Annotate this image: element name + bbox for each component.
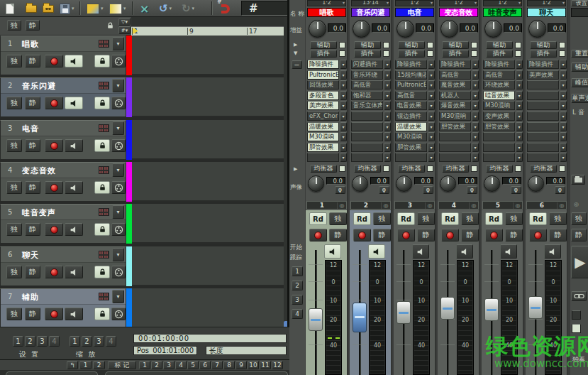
effect-slot[interactable]: 高低音 xyxy=(483,70,515,80)
track-speaker-button[interactable] xyxy=(65,308,83,320)
aux-button[interactable]: 辅助 xyxy=(442,41,469,49)
effect-slot[interactable] xyxy=(527,132,559,141)
channel-routing-select[interactable]: 1·2▾ xyxy=(395,0,434,6)
channel-routing-select[interactable]: 1·2▾ xyxy=(439,0,478,6)
eq-button[interactable]: 均衡器 xyxy=(530,165,557,173)
effect-slot[interactable]: 胆管效果 xyxy=(395,143,427,152)
play-button[interactable]: ▶ xyxy=(571,246,588,278)
aux-button[interactable]: 辅助 xyxy=(354,41,381,49)
phase-button[interactable]: φ xyxy=(423,186,433,194)
effect-slot-dropdown[interactable]: ▾ xyxy=(340,80,347,89)
phase-button[interactable]: φ xyxy=(379,186,389,194)
plugin-button[interactable]: 插件 xyxy=(310,50,337,58)
effect-slot-dropdown[interactable]: ▾ xyxy=(560,122,567,131)
effect-slot[interactable] xyxy=(527,91,559,100)
eq-button[interactable]: 均衡器 xyxy=(486,165,513,173)
track-record-button[interactable] xyxy=(45,55,63,67)
cut-object-button[interactable]: × xyxy=(140,2,149,15)
track-lock-button[interactable] xyxy=(94,223,110,236)
effect-slot-dropdown[interactable]: ▾ xyxy=(384,143,391,152)
channel-solo-button[interactable]: 独 xyxy=(461,212,479,225)
channel-speaker-button[interactable] xyxy=(544,244,561,259)
effect-slot-dropdown[interactable]: ▾ xyxy=(340,132,347,141)
effect-slot[interactable]: M30混响 xyxy=(307,132,339,141)
undo-button[interactable]: ↺▾ xyxy=(159,2,172,15)
read-automation-button[interactable]: Rd xyxy=(485,212,503,225)
channel-mute-button[interactable]: 静 xyxy=(417,229,435,241)
effect-slot[interactable]: PultronicEQ xyxy=(307,70,339,80)
track-lane[interactable] xyxy=(132,162,284,202)
effect-slot-dropdown[interactable]: ▾ xyxy=(560,132,567,141)
effect-slot-dropdown[interactable]: ▾ xyxy=(384,112,391,121)
track-record-button[interactable] xyxy=(45,181,63,194)
read-automation-button[interactable]: Rd xyxy=(309,212,327,225)
pan-knob[interactable] xyxy=(352,175,368,192)
effect-slot[interactable] xyxy=(483,132,515,141)
eq-indicator[interactable] xyxy=(471,165,477,172)
timeline-ruler[interactable]: 1917 xyxy=(131,26,284,36)
track-lane[interactable] xyxy=(132,120,284,160)
effect-slot[interactable] xyxy=(527,153,559,162)
track-fx-button[interactable] xyxy=(111,55,126,67)
track-solo-button[interactable]: 独 xyxy=(6,139,22,152)
channel-speaker-button[interactable] xyxy=(500,244,517,259)
marker-number-button[interactable]: 3 xyxy=(163,361,174,369)
effect-slot-dropdown[interactable]: ▾ xyxy=(428,80,435,89)
channel-record-button[interactable] xyxy=(309,229,327,241)
track-fx-button[interactable] xyxy=(111,308,126,320)
effect-slot[interactable]: 高低音 xyxy=(439,70,471,80)
new-file-icon[interactable] xyxy=(6,2,14,15)
track-solo-button[interactable]: 独 xyxy=(6,266,22,278)
effect-slot[interactable]: 哇音效果 xyxy=(483,91,515,100)
track-control-panel[interactable]: 1唱歌▾独静 xyxy=(0,36,126,75)
eq-indicator[interactable] xyxy=(383,165,389,172)
redo-button[interactable]: ↻▾ xyxy=(182,2,194,15)
effect-slot[interactable] xyxy=(351,132,383,141)
eq-button[interactable]: 均衡器 xyxy=(310,165,337,173)
track-record-button[interactable] xyxy=(45,308,63,320)
effect-slot[interactable]: 15段均衡器 xyxy=(395,70,427,80)
track-dropdown[interactable]: ▾ xyxy=(112,290,124,303)
aux-indicator[interactable] xyxy=(559,42,565,48)
open-folder-icon[interactable] xyxy=(26,2,37,15)
pan-knob[interactable] xyxy=(484,175,500,192)
aux-indicator[interactable] xyxy=(515,42,521,48)
effect-slot[interactable] xyxy=(439,153,471,162)
effect-slot[interactable]: 胆管效果 xyxy=(307,143,339,152)
fader-handle[interactable] xyxy=(396,301,411,324)
effect-slot-dropdown[interactable]: ▾ xyxy=(384,132,391,141)
effect-slot[interactable]: M30混响 xyxy=(483,101,515,110)
aux-expand-arrow[interactable]: ▶ xyxy=(294,42,297,48)
marker-number-button[interactable]: 5 xyxy=(187,361,199,369)
pan-knob[interactable] xyxy=(440,175,456,192)
effect-slot[interactable]: 多段音色 xyxy=(307,91,339,100)
effect-slot[interactable]: 降噪插件 xyxy=(527,60,559,69)
effect-slot[interactable]: 胆管效果 xyxy=(483,122,515,131)
channel-routing-select[interactable]: 1·2▾ xyxy=(483,0,522,6)
track-solo-button[interactable]: 独 xyxy=(6,223,22,236)
effect-slot[interactable] xyxy=(351,143,383,152)
plugin-button[interactable]: 插件 xyxy=(442,50,469,58)
eq-indicator[interactable] xyxy=(339,165,345,172)
effect-slot-dropdown[interactable]: ▾ xyxy=(516,112,523,121)
effect-slot[interactable]: 美声效果 xyxy=(307,101,339,110)
track-mute-button[interactable]: 静 xyxy=(25,181,40,194)
track-mute-button[interactable]: 静 xyxy=(25,139,40,152)
effect-slot-dropdown[interactable]: ▾ xyxy=(428,60,435,69)
effect-slot[interactable]: 胆管效果 xyxy=(439,122,471,131)
eq-indicator[interactable] xyxy=(427,165,433,172)
fader-handle[interactable] xyxy=(440,297,455,320)
track-solo-button[interactable]: 独 xyxy=(6,181,22,194)
channel-speaker-button[interactable] xyxy=(456,244,473,259)
effect-slot-dropdown[interactable]: ▾ xyxy=(472,80,479,89)
channel-routing-select[interactable]: 1·2▾ xyxy=(527,0,566,6)
master-mute-button[interactable]: 静 xyxy=(571,229,587,241)
workspace-button[interactable]: 2 xyxy=(93,361,105,369)
effect-slot[interactable]: 高低音 xyxy=(351,80,383,89)
channel-solo-button[interactable]: 独 xyxy=(549,212,567,225)
media-folder-icon[interactable] xyxy=(43,2,54,15)
fader-handle[interactable] xyxy=(309,308,323,331)
fader-handle[interactable] xyxy=(528,296,543,319)
effect-slot-dropdown[interactable]: ▾ xyxy=(428,112,435,121)
effect-slot-dropdown[interactable]: ▾ xyxy=(428,91,435,100)
